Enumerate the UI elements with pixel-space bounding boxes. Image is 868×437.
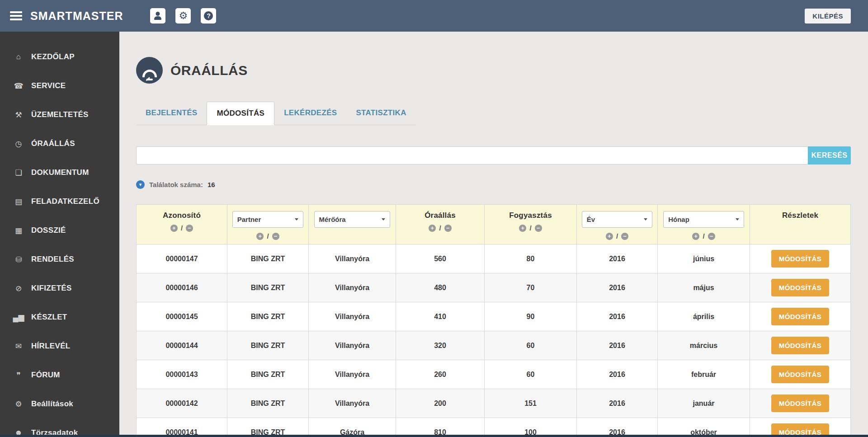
sidebar-item-kezdolap[interactable]: ⌂ KEZDŐLAP: [0, 42, 119, 71]
cell-reszletek: MÓDOSÍTÁS: [750, 418, 851, 437]
results-label: Találatok száma:: [149, 181, 203, 188]
column-title: Fogyasztás: [485, 211, 576, 220]
table-row: 00000146 BING ZRT Villanyóra 480 70 2016…: [137, 273, 851, 302]
chevron-down-icon: [295, 218, 298, 221]
table-row: 00000147 BING ZRT Villanyóra 560 80 2016…: [137, 244, 851, 273]
chevron-down-icon: [736, 218, 739, 221]
sort-asc-button[interactable]: +: [256, 233, 264, 240]
partner-filter-select[interactable]: Partner: [232, 211, 304, 228]
grid-icon: ▦: [13, 226, 24, 235]
tab-modositas[interactable]: MÓDOSÍTÁS: [207, 102, 274, 125]
cell-partner: BING ZRT: [227, 418, 309, 437]
app-title: SMARTMASTER: [30, 9, 123, 23]
collapse-arrow-icon[interactable]: ▾: [136, 180, 145, 189]
page-header: ÓRAÁLLÁS: [136, 57, 851, 84]
sidebar-item-keszlet[interactable]: ▄▆ KÉSZLET: [0, 303, 119, 332]
tab-lekerdezes[interactable]: LEKÉRDEZÉS: [274, 102, 346, 125]
cell-azonosito: 00000145: [137, 302, 227, 331]
column-reszletek: Részletek: [750, 205, 851, 244]
cell-reszletek: MÓDOSÍTÁS: [750, 360, 851, 389]
sidebar-item-rendeles[interactable]: ⛁ RENDELÉS: [0, 245, 119, 274]
search-button[interactable]: KERESÉS: [808, 146, 851, 164]
column-honap: Hónap + / −: [658, 205, 750, 244]
sidebar-item-beallitasok[interactable]: ⚙ Beállítások: [0, 390, 119, 418]
column-partner: Partner + / −: [227, 205, 309, 244]
sort-desc-button[interactable]: −: [708, 233, 715, 240]
sidebar-item-label: KÉSZLET: [31, 313, 67, 322]
cell-merora: Villanyóra: [309, 273, 396, 302]
cell-ev: 2016: [577, 389, 658, 418]
modify-button[interactable]: MÓDOSÍTÁS: [771, 395, 829, 412]
cell-partner: BING ZRT: [227, 360, 309, 389]
tab-statisztika[interactable]: STATISZTIKA: [346, 102, 415, 125]
gear-icon: ⚙: [13, 399, 24, 409]
sort-desc-button[interactable]: −: [272, 233, 279, 240]
honap-filter-select[interactable]: Hónap: [663, 211, 744, 228]
sort-desc-button[interactable]: −: [444, 225, 452, 232]
cell-honap: február: [658, 360, 750, 389]
cell-fogyasztas: 60: [485, 331, 577, 360]
results-summary: ▾ Találatok száma: 16: [136, 180, 851, 189]
page-title: ÓRAÁLLÁS: [170, 63, 248, 78]
sort-desc-button[interactable]: −: [186, 225, 193, 232]
cell-honap: március: [658, 331, 750, 360]
table-row: 00000143 BING ZRT Villanyóra 260 60 2016…: [137, 360, 851, 389]
cell-ev: 2016: [577, 273, 658, 302]
tab-bejelentes[interactable]: BEJELENTÉS: [136, 102, 207, 125]
sidebar-item-label: ÓRAÁLLÁS: [31, 139, 75, 148]
ev-filter-select[interactable]: Év: [582, 211, 653, 228]
hamburger-menu-icon[interactable]: [10, 9, 22, 22]
sidebar-item-label: RENDELÉS: [31, 255, 74, 264]
modify-button[interactable]: MÓDOSÍTÁS: [771, 337, 829, 354]
header-actions: ⚙ ?: [150, 8, 216, 23]
sidebar-item-forum[interactable]: ❞ FÓRUM: [0, 361, 119, 390]
sort-asc-button[interactable]: +: [692, 233, 699, 240]
cell-oraallas: 810: [396, 418, 485, 437]
cell-ev: 2016: [577, 360, 658, 389]
modify-button[interactable]: MÓDOSÍTÁS: [771, 366, 829, 383]
sidebar-item-feladatkezelo[interactable]: ▤ FELADATKEZELŐ: [0, 187, 119, 216]
user-button[interactable]: [150, 8, 165, 23]
sort-desc-button[interactable]: −: [535, 225, 542, 232]
cell-oraallas: 320: [396, 331, 485, 360]
sidebar-item-dosszie[interactable]: ▦ DOSSZIÉ: [0, 216, 119, 245]
sidebar-item-torzsadatok[interactable]: ☻ Törzsadatok: [0, 418, 119, 437]
merora-filter-select[interactable]: Mérőóra: [314, 211, 391, 228]
sidebar-item-uzemeltetes[interactable]: ⚒ ÜZEMELTETÉS: [0, 100, 119, 129]
cell-reszletek: MÓDOSÍTÁS: [750, 273, 851, 302]
sidebar-item-oraallas[interactable]: ◷ ÓRAÁLLÁS: [0, 129, 119, 158]
sidebar-item-kifizetes[interactable]: ⊘ KIFIZETÉS: [0, 274, 119, 303]
logout-button[interactable]: KILÉPÉS: [805, 9, 851, 23]
modify-button[interactable]: MÓDOSÍTÁS: [771, 250, 829, 268]
sidebar: ⌂ KEZDŐLAP ☎ SERVICE ⚒ ÜZEMELTETÉS ◷ ÓRA…: [0, 32, 119, 437]
sidebar-item-dokumentum[interactable]: ❏ DOKUMENTUM: [0, 158, 119, 187]
cell-merora: Villanyóra: [309, 244, 396, 273]
footer-bar: [0, 435, 868, 437]
sidebar-item-label: FÓRUM: [31, 371, 60, 380]
modify-button[interactable]: MÓDOSÍTÁS: [771, 308, 829, 325]
column-title: Részletek: [750, 211, 850, 220]
search-input[interactable]: [136, 146, 808, 164]
settings-button[interactable]: ⚙: [175, 8, 191, 23]
sort-asc-button[interactable]: +: [429, 225, 436, 232]
cell-oraallas: 200: [396, 389, 485, 418]
sort-asc-button[interactable]: +: [519, 225, 526, 232]
cell-fogyasztas: 151: [485, 389, 577, 418]
help-button[interactable]: ?: [201, 8, 216, 23]
sidebar-item-label: DOKUMENTUM: [31, 168, 89, 177]
chevron-down-icon: [644, 218, 647, 221]
cell-honap: január: [658, 389, 750, 418]
modify-button[interactable]: MÓDOSÍTÁS: [771, 279, 829, 296]
sidebar-item-hirlevel[interactable]: ✉ HÍRLEVÉL: [0, 332, 119, 361]
sidebar-item-label: ÜZEMELTETÉS: [31, 110, 89, 119]
tab-bar: BEJELENTÉS MÓDOSÍTÁS LEKÉRDEZÉS STATISZT…: [136, 102, 416, 125]
cell-honap: április: [658, 302, 750, 331]
sidebar-item-service[interactable]: ☎ SERVICE: [0, 71, 119, 100]
sort-asc-button[interactable]: +: [170, 225, 178, 232]
cell-reszletek: MÓDOSÍTÁS: [750, 302, 851, 331]
sort-desc-button[interactable]: −: [621, 233, 628, 240]
cell-honap: október: [658, 418, 750, 437]
megaphone-icon: ☎: [13, 81, 24, 91]
cell-merora: Gázóra: [309, 418, 396, 437]
sort-asc-button[interactable]: +: [606, 233, 613, 240]
